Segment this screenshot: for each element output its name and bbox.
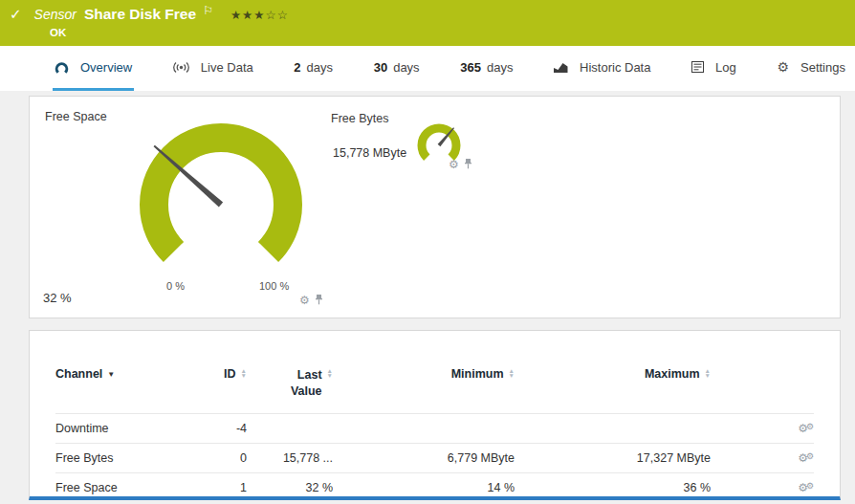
pin-icon[interactable]	[464, 156, 472, 173]
free-space-gauge[interactable]	[125, 114, 317, 296]
cell-channel[interactable]: Free Bytes	[55, 451, 199, 465]
free-bytes-value: 15,778 MByte	[333, 146, 406, 160]
cell-last-value: 32 %	[247, 481, 333, 494]
tab-label: days	[487, 60, 513, 75]
pin-icon[interactable]	[315, 292, 323, 309]
cell-maximum: 17,327 MByte	[515, 451, 711, 465]
column-header-id[interactable]: ID ▲▼	[199, 367, 247, 381]
gear-icon: ⚙	[777, 60, 789, 74]
tab-bar: Overview Live Data 2days 30days 365days …	[0, 46, 855, 91]
column-header-minimum[interactable]: Minimum ▲▼	[333, 367, 515, 381]
table-row[interactable]: Downtime -4 ⚙⚙	[55, 413, 814, 443]
tab-label: days	[393, 60, 419, 75]
gauges-panel: Free Space 0 % 100 % 32 % ⚙ Free Bytes 1…	[29, 96, 841, 318]
tab-settings[interactable]: ⚙ Settings	[775, 46, 847, 91]
tab-label: days	[307, 60, 333, 75]
stars-filled[interactable]: ★★★	[230, 9, 266, 22]
cell-id: 1	[199, 481, 247, 494]
channels-table: Channel ▼ ID ▲▼ Last Value ▲▼ Minimum ▲▼…	[55, 367, 814, 502]
tab-label: Live Data	[201, 60, 253, 75]
tab-log[interactable]: Log	[690, 46, 738, 91]
sort-icon: ▲▼	[705, 368, 711, 378]
column-header-channel[interactable]: Channel ▼	[55, 367, 199, 381]
object-kind-label: Sensor	[34, 7, 77, 22]
cell-channel[interactable]: Downtime	[55, 422, 199, 435]
log-list-icon	[691, 61, 704, 73]
cell-maximum: 36 %	[515, 481, 711, 494]
free-space-gauge-title: Free Space	[45, 110, 107, 123]
cell-minimum: 6,779 MByte	[333, 451, 515, 465]
tab-label: Log	[715, 60, 736, 75]
overview-gauge-icon	[55, 61, 69, 74]
tab-label: Settings	[800, 60, 845, 75]
free-space-value: 32 %	[43, 291, 72, 305]
cell-id: 0	[199, 451, 247, 465]
table-row[interactable]: Free Bytes 0 15,778 ... 6,779 MByte 17,3…	[55, 443, 814, 472]
sorted-indicator-icon: ▼	[107, 370, 115, 379]
tab-30-days[interactable]: 30days	[372, 46, 422, 91]
stars-empty[interactable]: ☆☆	[266, 9, 289, 22]
broadcast-icon	[173, 61, 189, 74]
gauge-settings-gear-icon[interactable]: ⚙	[299, 294, 310, 307]
free-bytes-gauge-controls: ⚙	[449, 156, 472, 173]
column-header-last-value[interactable]: Last Value ▲▼	[247, 367, 333, 400]
table-header-row: Channel ▼ ID ▲▼ Last Value ▲▼ Minimum ▲▼…	[55, 367, 814, 413]
chart-icon	[554, 61, 568, 73]
priority-flag-icon[interactable]: ⚐	[203, 4, 213, 17]
tab-365-days[interactable]: 365days	[458, 46, 515, 91]
page-title: Share Disk Free	[84, 6, 196, 23]
tab-live-data[interactable]: Live Data	[171, 46, 255, 91]
cell-id: -4	[199, 422, 247, 435]
cell-channel[interactable]: Free Space	[55, 481, 199, 494]
free-space-scale-max: 100 %	[259, 280, 289, 292]
tab-2-days[interactable]: 2days	[292, 46, 335, 91]
status-check-icon: ✓	[10, 6, 22, 23]
channel-settings-icon[interactable]: ⚙⚙	[711, 451, 814, 465]
tab-overview[interactable]: Overview	[53, 46, 134, 91]
free-space-gauge-controls: ⚙	[299, 292, 323, 309]
gauge-settings-gear-icon[interactable]: ⚙	[449, 158, 459, 171]
column-header-maximum[interactable]: Maximum ▲▼	[515, 367, 711, 381]
status-badge: OK	[50, 27, 855, 38]
channel-settings-icon[interactable]: ⚙⚙	[711, 481, 814, 494]
tab-label: Historic Data	[580, 60, 650, 75]
table-row[interactable]: Free Space 1 32 % 14 % 36 % ⚙⚙	[55, 472, 814, 502]
sensor-header: ✓ Sensor Share Disk Free ⚐ ★★★☆☆ OK	[0, 0, 855, 46]
free-bytes-gauge-title: Free Bytes	[331, 112, 388, 125]
free-space-scale-min: 0 %	[166, 280, 185, 292]
tab-label: Overview	[80, 60, 132, 75]
cell-minimum: 14 %	[333, 481, 515, 494]
cell-last-value: 15,778 ...	[247, 451, 333, 465]
channels-table-panel: Channel ▼ ID ▲▼ Last Value ▲▼ Minimum ▲▼…	[29, 330, 841, 500]
priority-rating[interactable]: ★★★☆☆	[230, 8, 289, 22]
tab-historic-data[interactable]: Historic Data	[552, 46, 652, 91]
channel-settings-icon[interactable]: ⚙⚙	[711, 422, 814, 435]
